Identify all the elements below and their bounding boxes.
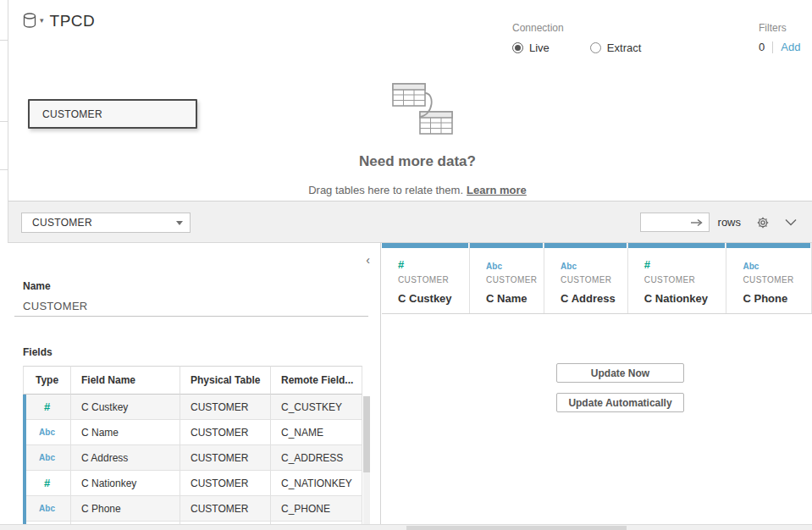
col-header-physical-table[interactable]: Physical Table [180,366,271,395]
column-table-label: CUSTOMER [743,275,811,284]
chevron-down-icon [785,218,797,226]
fields-label: Fields [23,346,52,358]
database-icon[interactable]: ▾ [23,13,44,30]
field-name-cell: C Phone [71,496,180,522]
rail-separator [0,121,8,122]
collapse-grid-button[interactable] [785,218,797,226]
remote-field-cell: C_CUSTKEY [271,395,362,420]
grid-column-header[interactable]: Abc CUSTOMER C Address [544,243,628,313]
divider [772,41,773,53]
fields-table: Type Field Name Physical Table Remote Fi… [23,366,370,524]
horizontal-scrollbar[interactable] [0,524,812,530]
grid-column-header[interactable]: # CUSTOMER C Nationkey [628,243,727,313]
field-name-cell: C Custkey [71,395,180,420]
relate-tables-icon [373,81,457,142]
column-accent-bar [470,243,543,248]
remote-field-cell: C_NAME [271,420,362,445]
connection-block: Connection Live Extract [512,22,641,54]
relationship-canvas: ▾ TPCD Connection Live Extract Filters 0 [8,0,812,202]
data-grid-settings-button[interactable] [756,216,770,229]
data-grid-header: # CUSTOMER C Custkey Abc CUSTOMER C Name… [382,243,812,314]
physical-table-cell: CUSTOMER [180,471,271,496]
radio-live[interactable]: Live [512,41,550,54]
row-count-input[interactable] [640,213,710,232]
rail-separator [0,169,8,170]
learn-more-link[interactable]: Learn more [467,184,527,196]
radio-unselected-icon [590,42,601,53]
col-header-remote-field[interactable]: Remote Field... [271,366,362,395]
filters-block: Filters 0 Add [759,22,800,53]
radio-extract[interactable]: Extract [590,41,641,54]
table-details-panel: ‹ Name CUSTOMER Fields Type Field Name P… [0,243,381,524]
chevron-down-icon [176,221,183,225]
column-field-label: C Custkey [398,292,469,305]
radio-live-label: Live [529,41,550,54]
column-field-label: C Nationkey [644,292,726,305]
update-automatically-button[interactable]: Update Automatically [556,393,684,412]
update-now-button[interactable]: Update Now [556,363,684,383]
datasource-page: ▾ TPCD Connection Live Extract Filters 0 [0,0,812,530]
field-type-icon: Abc [39,504,55,513]
column-field-label: C Phone [743,292,811,305]
field-name-cell: C Nationkey [71,471,180,496]
field-type-icon: Abc [561,262,577,271]
empty-state-text: Drag tables here to relate them. [308,184,463,196]
rows-label: rows [718,216,741,229]
remote-field-cell: C_NATIONKEY [271,471,362,496]
field-name-cell: C Name [71,420,180,445]
grid-column-header[interactable]: # CUSTOMER C Custkey [382,243,470,313]
table-details-toolbar: CUSTOMER rows [8,202,812,243]
column-field-label: C Address [561,292,627,305]
filters-count: 0 [759,41,765,53]
scrollbar-thumb[interactable] [406,526,627,530]
filters-label: Filters [759,22,800,34]
data-grid-pane: # CUSTOMER C Custkey Abc CUSTOMER C Name… [382,243,812,524]
column-table-label: CUSTOMER [561,275,627,284]
grid-column-header[interactable]: Abc CUSTOMER C Name [470,243,544,313]
selected-rows-accent-bar [23,395,26,524]
column-table-label: CUSTOMER [398,275,469,284]
logical-table-customer[interactable]: CUSTOMER [28,99,197,129]
table-row[interactable]: Abc C Phone CUSTOMER C_PHONE [23,496,362,522]
scrollbar-thumb[interactable] [363,396,370,472]
table-row[interactable]: Abc C Address CUSTOMER C_ADDRESS [23,445,362,471]
empty-state-subtitle: Drag tables here to relate them.Learn mo… [155,184,680,196]
table-name-input[interactable]: CUSTOMER [14,295,368,317]
field-type-icon: # [644,258,650,271]
rail-separator [0,40,8,41]
table-row[interactable]: # C Nationkey CUSTOMER C_NATIONKEY [23,471,362,496]
physical-table-cell: CUSTOMER [180,496,271,522]
field-type-icon: Abc [39,453,55,462]
column-accent-bar [544,243,627,248]
filters-add-link[interactable]: Add [781,41,800,53]
empty-state-title: Need more data? [240,153,595,170]
chevron-down-icon: ▾ [40,16,44,25]
logical-table-label: CUSTOMER [42,108,102,120]
column-accent-bar [382,243,468,248]
grid-column-header[interactable]: Abc CUSTOMER C Phone [726,243,812,313]
field-type-icon: Abc [743,262,759,271]
col-header-field-name[interactable]: Field Name [71,366,180,395]
column-field-label: C Name [486,292,544,305]
fields-table-scrollbar[interactable] [363,396,370,524]
physical-table-cell: CUSTOMER [180,395,271,420]
collapsed-connections-rail[interactable] [0,0,8,243]
col-header-type[interactable]: Type [23,366,71,395]
table-select-dropdown[interactable]: CUSTOMER [21,213,191,233]
column-table-label: CUSTOMER [644,275,726,284]
radio-selected-icon [512,42,523,53]
arrow-right-icon [690,218,704,227]
column-accent-bar [628,243,726,248]
datasource-title[interactable]: TPCD [50,12,96,30]
physical-table-cell: CUSTOMER [180,445,271,471]
remote-field-cell: C_PHONE [271,496,362,522]
fields-table-header: Type Field Name Physical Table Remote Fi… [23,366,362,395]
table-select-value: CUSTOMER [32,217,92,229]
table-row[interactable]: # C Custkey CUSTOMER C_CUSTKEY [23,395,362,420]
table-row[interactable]: Abc C Name CUSTOMER C_NAME [23,420,362,445]
field-type-icon: # [398,258,404,271]
collapse-panel-icon[interactable]: ‹ [366,253,370,267]
datasource-header: ▾ TPCD [23,12,95,30]
remote-field-cell: C_ADDRESS [271,445,362,471]
name-label: Name [23,280,51,292]
